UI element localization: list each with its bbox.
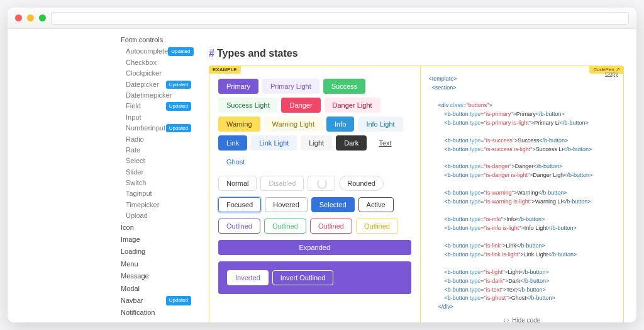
- copy-link[interactable]: Copy: [605, 70, 618, 79]
- loading-button[interactable]: .: [308, 176, 335, 191]
- app-window: Form controlsAutocompleteUpdatedCheckbox…: [8, 8, 636, 322]
- primary-light-button[interactable]: Primary Light: [262, 79, 319, 94]
- zoom-dot[interactable]: [39, 14, 46, 21]
- window-chrome: [8, 8, 636, 29]
- info-light-button[interactable]: Info Light: [358, 117, 402, 132]
- disabled-button: Disabled: [260, 176, 304, 191]
- sidebar-item[interactable]: Modal: [121, 283, 196, 295]
- sidebar-item[interactable]: Taginput: [121, 188, 196, 199]
- ghost-button[interactable]: Ghost: [218, 154, 253, 169]
- success-light-button[interactable]: Success Light: [218, 98, 277, 113]
- success-button[interactable]: Success: [323, 79, 366, 94]
- danger-button[interactable]: Danger: [281, 98, 320, 113]
- sidebar-item[interactable]: DatepickerUpdated: [121, 79, 196, 90]
- button-group-outlined: Outlined Outlined Outlined Outlined: [218, 219, 411, 234]
- sidebar-item[interactable]: Pagination: [121, 319, 196, 322]
- button-group-states-2: Focused Hovered Selected Active: [218, 197, 411, 212]
- info-button[interactable]: Info: [326, 117, 354, 132]
- invert-outlined-button[interactable]: Invert Outlined: [272, 270, 334, 285]
- button-group-colors: Primary Primary Light Success Success Li…: [218, 79, 411, 169]
- outlined-danger-button[interactable]: Outlined: [310, 219, 352, 234]
- active-button[interactable]: Active: [358, 197, 394, 212]
- link-light-button[interactable]: Link Light: [251, 135, 297, 151]
- sidebar-item[interactable]: AutocompleteUpdated: [121, 46, 196, 57]
- text-button[interactable]: Text: [370, 135, 399, 151]
- close-dot[interactable]: [15, 14, 22, 21]
- sidebar-item[interactable]: Slider: [121, 167, 196, 178]
- main-content: #Types and states Example CodePen ↗ Prim…: [196, 29, 636, 322]
- dark-button[interactable]: Dark: [336, 135, 367, 151]
- sidebar-item[interactable]: Select: [121, 156, 196, 166]
- sidebar-item[interactable]: Loading: [121, 246, 196, 258]
- url-bar[interactable]: [51, 12, 629, 25]
- warning-light-button[interactable]: Warning Light: [264, 117, 323, 132]
- light-button[interactable]: Light: [301, 135, 332, 151]
- sidebar-item[interactable]: Upload: [121, 210, 196, 221]
- warning-button[interactable]: Warning: [218, 117, 260, 132]
- example-tag: Example: [209, 65, 241, 74]
- sidebar-item[interactable]: NavbarUpdated: [121, 295, 196, 307]
- code-pane: Copy <template> <section> <div class="bu…: [421, 66, 624, 322]
- updated-tag: Updated: [168, 47, 193, 55]
- sidebar-item[interactable]: Icon: [121, 222, 196, 234]
- updated-tag: Updated: [166, 124, 191, 132]
- inverted-box: Inverted Invert Outlined: [218, 261, 411, 294]
- button-group-states-1: Normal Disabled . Rounded: [218, 176, 411, 191]
- inverted-button[interactable]: Inverted: [227, 270, 269, 285]
- sidebar-item[interactable]: NumberinputUpdated: [121, 123, 196, 134]
- outlined-warning-button[interactable]: Outlined: [356, 219, 398, 234]
- selected-button[interactable]: Selected: [311, 197, 355, 212]
- focused-button[interactable]: Focused: [218, 197, 261, 212]
- primary-button[interactable]: Primary: [218, 79, 258, 94]
- normal-button[interactable]: Normal: [218, 176, 257, 191]
- sidebar-item[interactable]: Checkbox: [121, 57, 196, 68]
- sidebar-item[interactable]: Radio: [121, 134, 196, 145]
- hide-code-button[interactable]: Hide code: [426, 312, 619, 322]
- sidebar-category: Form controls: [121, 34, 196, 46]
- demo-pane: Primary Primary Light Success Success Li…: [209, 66, 421, 322]
- sidebar-item[interactable]: Switch: [121, 178, 196, 188]
- outlined-primary-button[interactable]: Outlined: [218, 219, 260, 234]
- sidebar-item[interactable]: Menu: [121, 258, 196, 270]
- sidebar-item[interactable]: FieldUpdated: [121, 101, 196, 111]
- example-box: Example CodePen ↗ Primary Primary Light …: [209, 65, 624, 322]
- expanded-button[interactable]: Expanded: [218, 240, 411, 255]
- rounded-button[interactable]: Rounded: [339, 176, 384, 191]
- sidebar-item[interactable]: Timepicker: [121, 200, 196, 210]
- sidebar-item[interactable]: Clockpicker: [121, 68, 196, 79]
- sidebar-item[interactable]: Notification: [121, 307, 196, 319]
- code-block: <template> <section> <div class="buttons…: [426, 75, 619, 312]
- sidebar-item[interactable]: Input: [121, 112, 196, 123]
- link-button[interactable]: Link: [218, 135, 247, 151]
- updated-tag: Updated: [166, 81, 191, 89]
- danger-light-button[interactable]: Danger Light: [325, 98, 380, 113]
- hash-icon: #: [209, 48, 214, 59]
- sidebar: Form controlsAutocompleteUpdatedCheckbox…: [8, 29, 196, 322]
- updated-tag: Updated: [166, 102, 191, 110]
- hovered-button[interactable]: Hovered: [265, 197, 308, 212]
- sidebar-item[interactable]: Message: [121, 270, 196, 282]
- sidebar-item[interactable]: Rate: [121, 145, 196, 156]
- sidebar-item[interactable]: Image: [121, 234, 196, 246]
- updated-tag: Updated: [166, 296, 191, 305]
- code-icon: [503, 317, 509, 322]
- outlined-success-button[interactable]: Outlined: [264, 219, 306, 234]
- sidebar-item[interactable]: Datetimepicker: [121, 90, 196, 101]
- minimize-dot[interactable]: [27, 14, 34, 21]
- section-heading-types: #Types and states: [209, 48, 624, 59]
